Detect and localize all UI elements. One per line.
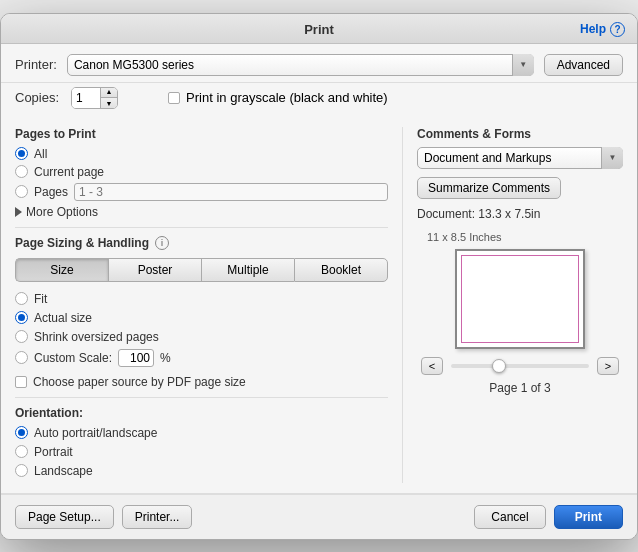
radio-all-label: All — [34, 147, 47, 161]
page-sizing-tabs: Size Poster Multiple Booklet — [15, 258, 388, 282]
pdf-check-row: Choose paper source by PDF page size — [15, 375, 388, 389]
dialog-title: Print — [304, 22, 334, 37]
scale-input[interactable] — [118, 349, 154, 367]
divider-2 — [15, 397, 388, 398]
sizing-radio-group: Fit Actual size Shrink oversized pages C… — [15, 292, 388, 367]
page-info: Page 1 of 3 — [489, 381, 550, 395]
cancel-button[interactable]: Cancel — [474, 505, 545, 529]
pages-radio-group: All Current page Pages — [15, 147, 388, 201]
sizing-fit[interactable]: Fit — [15, 292, 388, 306]
comments-select-value: Document and Markups — [424, 151, 551, 165]
sizing-actual-radio — [15, 311, 28, 324]
bottom-right: Cancel Print — [474, 505, 623, 529]
copies-input[interactable] — [72, 88, 100, 108]
sizing-shrink-radio — [15, 330, 28, 343]
orientation-auto[interactable]: Auto portrait/landscape — [15, 426, 388, 440]
copies-increment[interactable]: ▲ — [101, 87, 117, 98]
grayscale-label: Print in grayscale (black and white) — [186, 90, 388, 105]
grayscale-row: Print in grayscale (black and white) — [168, 90, 388, 105]
radio-all-inner — [18, 150, 25, 157]
scale-unit: % — [160, 351, 171, 365]
printer-select-wrapper: Canon MG5300 series ▼ — [67, 54, 534, 76]
radio-pages-label: Pages — [34, 185, 68, 199]
printer-button[interactable]: Printer... — [122, 505, 193, 529]
main-content: Pages to Print All Current page Pages — [1, 117, 637, 494]
radio-current-outer — [15, 165, 28, 178]
radio-all-outer — [15, 147, 28, 160]
printer-select[interactable]: Canon MG5300 series — [67, 54, 534, 76]
orientation-title: Orientation: — [15, 406, 388, 420]
preview-area: 11 x 8.5 Inches < > Page 1 of 3 — [417, 231, 623, 395]
preview-prev-button[interactable]: < — [421, 357, 443, 375]
copies-stepper: ▲ ▼ — [100, 87, 117, 109]
comments-forms-title: Comments & Forms — [417, 127, 623, 141]
more-options-arrow — [15, 207, 22, 217]
summarize-comments-button[interactable]: Summarize Comments — [417, 177, 561, 199]
pages-range-input[interactable] — [74, 183, 388, 201]
pdf-checkbox[interactable] — [15, 376, 27, 388]
copies-row: Copies: ▲ ▼ Print in grayscale (black an… — [1, 83, 637, 117]
preview-slider[interactable] — [451, 364, 589, 368]
orientation-auto-radio — [15, 426, 28, 439]
radio-pages-outer — [15, 185, 28, 198]
orientation-portrait-radio — [15, 445, 28, 458]
help-label: Help — [580, 22, 606, 36]
help-icon[interactable]: ? — [610, 22, 625, 37]
preview-next-button[interactable]: > — [597, 357, 619, 375]
more-options-label: More Options — [26, 205, 98, 219]
radio-current-page[interactable]: Current page — [15, 165, 388, 179]
tab-size[interactable]: Size — [15, 258, 108, 282]
orientation-section: Orientation: Auto portrait/landscape Por… — [15, 406, 388, 478]
pages-to-print-title: Pages to Print — [15, 127, 388, 141]
sizing-actual[interactable]: Actual size — [15, 311, 388, 325]
sizing-shrink-label: Shrink oversized pages — [34, 330, 159, 344]
page-sizing-title: Page Sizing & Handling — [15, 236, 149, 250]
page-setup-button[interactable]: Page Setup... — [15, 505, 114, 529]
grayscale-checkbox[interactable] — [168, 92, 180, 104]
help-link[interactable]: Help ? — [580, 22, 625, 37]
radio-pages[interactable]: Pages — [15, 183, 388, 201]
copies-input-wrapper: ▲ ▼ — [71, 87, 118, 109]
printer-row: Printer: Canon MG5300 series ▼ Advanced — [1, 44, 637, 83]
sizing-actual-label: Actual size — [34, 311, 92, 325]
printer-dropdown-arrow[interactable]: ▼ — [512, 54, 534, 76]
preview-size-label: 11 x 8.5 Inches — [427, 231, 502, 243]
info-icon[interactable]: i — [155, 236, 169, 250]
preview-slider-thumb — [492, 359, 506, 373]
copies-label: Copies: — [15, 90, 59, 105]
sizing-shrink[interactable]: Shrink oversized pages — [15, 330, 388, 344]
radio-current-label: Current page — [34, 165, 104, 179]
pdf-label: Choose paper source by PDF page size — [33, 375, 246, 389]
print-button[interactable]: Print — [554, 505, 623, 529]
orientation-landscape[interactable]: Landscape — [15, 464, 388, 478]
sizing-custom[interactable]: Custom Scale: % — [15, 349, 388, 367]
orientation-portrait-label: Portrait — [34, 445, 73, 459]
printer-label: Printer: — [15, 57, 57, 72]
preview-nav: < > — [417, 357, 623, 375]
bottom-bar: Page Setup... Printer... Cancel Print — [1, 494, 637, 539]
orientation-portrait[interactable]: Portrait — [15, 445, 388, 459]
tab-poster[interactable]: Poster — [108, 258, 201, 282]
preview-box — [455, 249, 585, 349]
doc-size: Document: 13.3 x 7.5in — [417, 207, 623, 221]
divider-1 — [15, 227, 388, 228]
radio-all[interactable]: All — [15, 147, 388, 161]
page-sizing-header: Page Sizing & Handling i — [15, 236, 388, 250]
comments-dropdown-arrow[interactable]: ▼ — [601, 147, 623, 169]
sizing-custom-label: Custom Scale: — [34, 351, 112, 365]
sizing-custom-radio — [15, 351, 28, 364]
comments-select[interactable]: Document and Markups — [417, 147, 623, 169]
tab-booklet[interactable]: Booklet — [294, 258, 388, 282]
copies-decrement[interactable]: ▼ — [101, 98, 117, 109]
advanced-button[interactable]: Advanced — [544, 54, 623, 76]
printer-value: Canon MG5300 series — [74, 58, 194, 72]
orientation-landscape-label: Landscape — [34, 464, 93, 478]
title-bar: Print Help ? — [1, 14, 637, 44]
tab-multiple[interactable]: Multiple — [201, 258, 294, 282]
comments-select-wrapper: Document and Markups ▼ — [417, 147, 623, 169]
more-options[interactable]: More Options — [15, 205, 388, 219]
sizing-actual-inner — [18, 314, 25, 321]
right-panel: Comments & Forms Document and Markups ▼ … — [403, 127, 623, 483]
orientation-landscape-radio — [15, 464, 28, 477]
orientation-auto-inner — [18, 429, 25, 436]
